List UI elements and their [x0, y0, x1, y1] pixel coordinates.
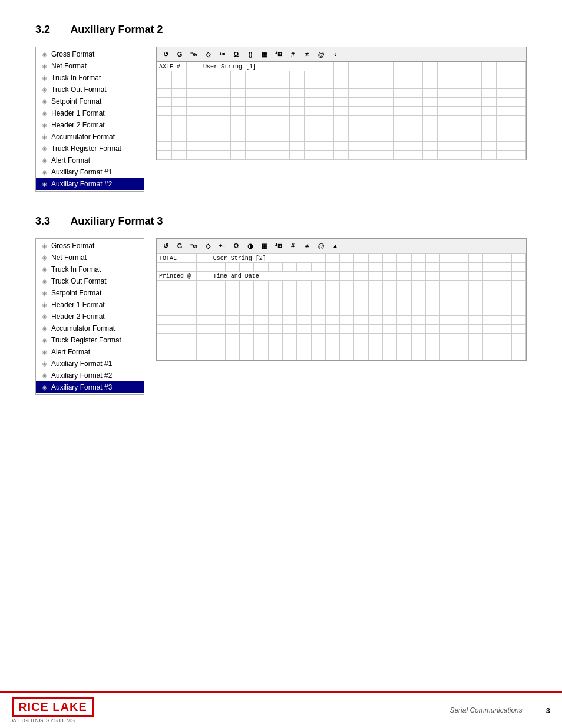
toolbar-btn-connect[interactable]: ⁴⊞ [272, 48, 285, 60]
toolbar-btn-plus-eq[interactable]: += [216, 240, 229, 252]
list-item[interactable]: ◈Accumulator Format [36, 322, 144, 334]
list-item[interactable]: ◈Header 1 Format [36, 107, 144, 119]
grid-cell-empty [197, 342, 211, 351]
toolbar-btn-ne[interactable]: "er [187, 48, 200, 60]
toolbar-btn-printer[interactable]: ▲ [329, 240, 342, 252]
toolbar-btn-omega[interactable]: Ω [230, 240, 243, 252]
toolbar-btn-plus-eq[interactable]: += [216, 48, 229, 60]
list-item[interactable]: ◈Alert Format [36, 154, 144, 166]
toolbar-btn-at[interactable]: @ [315, 240, 328, 252]
toolbar-btn-omega[interactable]: Ω [230, 48, 243, 60]
toolbar-btn-paren[interactable]: () [244, 48, 257, 60]
toolbar-btn-circle[interactable]: ◑ [244, 240, 257, 252]
grid-cell-empty [197, 272, 211, 281]
grid-cell-empty [363, 124, 378, 133]
grid-cell-empty [422, 98, 437, 107]
list-item-selected[interactable]: ◈Auxiliary Format #3 [36, 381, 144, 393]
grid-cell-empty [425, 325, 439, 334]
page-content: 3.2 Auxiliary Format 2 ◈Gross Format ◈Ne… [0, 0, 562, 466]
grid-cell-empty [283, 325, 297, 334]
grid-cell-empty [319, 71, 334, 80]
toolbar-btn-hash[interactable]: # [286, 48, 299, 60]
grid-cell-empty [408, 116, 422, 124]
grid-cell-empty [511, 263, 525, 272]
list-item[interactable]: ◈Alert Format [36, 346, 144, 358]
list-item[interactable]: ◈Truck In Format [36, 263, 144, 275]
grid-cell-empty [440, 254, 454, 263]
grid-cell-empty [187, 71, 201, 80]
grid-cell-empty [368, 281, 382, 289]
toolbar-btn-ne[interactable]: "er [187, 240, 200, 252]
grid-cell-empty [425, 272, 439, 281]
list-item[interactable]: ◈Truck In Format [36, 72, 144, 84]
grid-cell-empty [225, 325, 239, 334]
list-item-selected[interactable]: ◈Auxiliary Format #2 [36, 178, 144, 190]
list-item[interactable]: ◈Auxiliary Format #1 [36, 358, 144, 370]
format-icon: ◈ [39, 131, 49, 142]
list-item[interactable]: ◈Auxiliary Format #2 [36, 370, 144, 381]
list-item[interactable]: ◈Net Format [36, 252, 144, 263]
grid-cell-empty [216, 124, 231, 133]
grid-cell-empty [157, 107, 172, 116]
grid-cell-empty [497, 263, 511, 272]
toolbar-btn-slash[interactable]: ≠ [300, 240, 313, 252]
list-item[interactable]: ◈Setpoint Format [36, 95, 144, 107]
grid-cell-empty [340, 281, 354, 289]
grid-cell-empty [378, 133, 393, 142]
list-item[interactable]: ◈Gross Format [36, 48, 144, 60]
list-item[interactable]: ◈Gross Format [36, 240, 144, 252]
section-32-heading: 3.2 Auxiliary Format 2 [35, 24, 527, 36]
toolbar-btn-grid[interactable]: ▦ [258, 240, 271, 252]
grid-cell-empty [511, 342, 525, 351]
list-item[interactable]: ◈Truck Register Format [36, 143, 144, 154]
toolbar-btn-misc[interactable]: ‹ [329, 48, 342, 60]
list-item[interactable]: ◈Header 2 Format [36, 119, 144, 131]
list-item[interactable]: ◈Header 2 Format [36, 311, 144, 322]
grid-cell-empty [172, 116, 187, 124]
grid-cell-empty [225, 342, 239, 351]
grid-cell-empty [340, 272, 354, 281]
list-item[interactable]: ◈Auxiliary Format #1 [36, 166, 144, 178]
grid-cell-empty [297, 281, 311, 289]
grid-cell-empty [452, 116, 467, 124]
grid-cell-empty [383, 254, 397, 263]
list-item[interactable]: ◈Truck Out Format [36, 275, 144, 287]
grid-cell-empty [216, 142, 231, 151]
list-item[interactable]: ◈Truck Out Format [36, 84, 144, 95]
toolbar-btn-slash[interactable]: ≠ [300, 48, 313, 60]
toolbar-btn-grid[interactable]: ▦ [258, 48, 271, 60]
grid-cell-empty [231, 124, 246, 133]
list-item[interactable]: ◈Accumulator Format [36, 131, 144, 143]
toolbar-btn-g[interactable]: G [173, 48, 186, 60]
grid-cell-empty [363, 107, 378, 116]
toolbar-btn-diamond[interactable]: ◇ [201, 240, 214, 252]
toolbar-btn-refresh[interactable]: ↺ [159, 48, 172, 60]
toolbar-btn-connect[interactable]: ⁴⊞ [272, 240, 285, 252]
grid-cell-empty [411, 316, 425, 325]
list-item[interactable]: ◈Net Format [36, 60, 144, 72]
toolbar-btn-hash[interactable]: # [286, 240, 299, 252]
toolbar-btn-at[interactable]: @ [315, 48, 328, 60]
list-item[interactable]: ◈Header 1 Format [36, 299, 144, 311]
grid-cell-empty [481, 133, 496, 142]
toolbar-btn-g[interactable]: G [173, 240, 186, 252]
grid-cell-empty [496, 151, 511, 160]
format-icon: ◈ [39, 252, 49, 263]
list-item[interactable]: ◈Setpoint Format [36, 287, 144, 299]
grid-cell-empty [254, 263, 268, 272]
grid-cell-empty [305, 89, 319, 98]
grid-cell-empty [425, 342, 439, 351]
grid-cell-empty [496, 133, 511, 142]
grid-cell-empty [334, 98, 349, 107]
grid-cell-empty [383, 316, 397, 325]
grid-cell-empty [411, 342, 425, 351]
toolbar-btn-refresh[interactable]: ↺ [159, 240, 172, 252]
grid-cell-empty [240, 342, 254, 351]
grid-cell-empty [467, 142, 481, 151]
grid-cell-empty [354, 281, 368, 289]
toolbar-btn-diamond[interactable]: ◇ [201, 48, 214, 60]
grid-cell-empty [311, 342, 325, 351]
list-item[interactable]: ◈Truck Register Format [36, 334, 144, 346]
grid-cell-empty [349, 116, 363, 124]
grid-cell: Printed @ [157, 272, 197, 281]
